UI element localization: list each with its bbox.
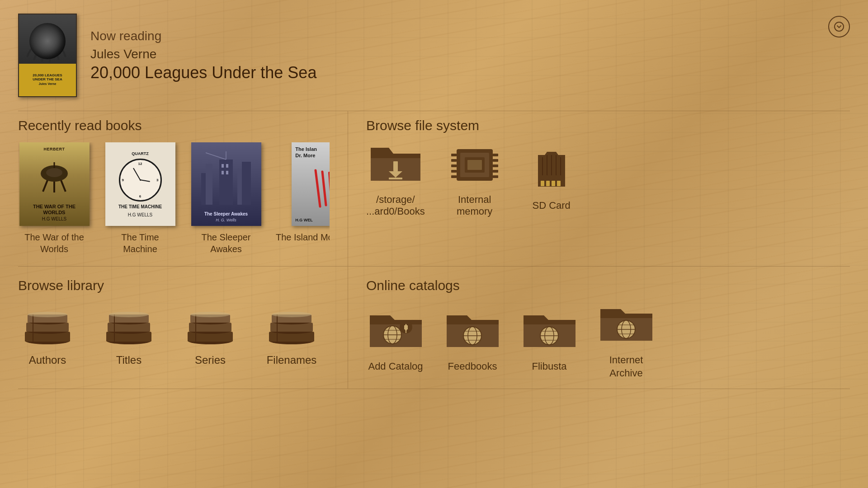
svg-rect-42 xyxy=(493,175,498,178)
svg-rect-41 xyxy=(493,170,498,173)
library-row: Authors xyxy=(18,302,330,366)
svg-rect-47 xyxy=(552,181,555,186)
svg-rect-18 xyxy=(222,164,224,168)
svg-point-73 xyxy=(109,312,149,317)
cat-label-feedbooks: Feedbooks xyxy=(448,360,497,373)
online-catalogs-section: Online catalogs xyxy=(348,267,850,389)
svg-line-25 xyxy=(322,172,326,205)
browse-file-system-section: Browse file system xyxy=(348,111,850,267)
feedbooks-icon xyxy=(443,309,502,354)
svg-rect-20 xyxy=(222,171,224,174)
svg-rect-35 xyxy=(451,164,457,167)
svg-rect-39 xyxy=(493,159,498,162)
svg-rect-38 xyxy=(493,154,498,156)
cat-item-internet-archive[interactable]: Internet Archive xyxy=(597,302,656,380)
online-catalogs-heading: Online catalogs xyxy=(366,278,850,293)
svg-rect-46 xyxy=(546,181,550,186)
book-title: The Island Morea xyxy=(276,231,330,243)
lib-label-filenames: Filenames xyxy=(267,354,317,366)
cat-label-flibusta: Flibusta xyxy=(532,360,566,373)
svg-rect-105 xyxy=(405,325,407,330)
lib-label-authors: Authors xyxy=(29,354,66,366)
svg-point-1 xyxy=(32,23,63,50)
svg-point-0 xyxy=(835,22,844,31)
svg-rect-48 xyxy=(557,181,561,186)
cat-label-internet-archive: Internet Archive xyxy=(609,354,643,380)
book-item[interactable]: HERBERT xyxy=(18,142,90,255)
flibusta-icon xyxy=(520,309,579,354)
svg-point-2 xyxy=(35,26,60,46)
svg-point-93 xyxy=(272,312,311,317)
browse-file-system-heading: Browse file system xyxy=(366,118,850,133)
browse-library-section: Browse library xyxy=(18,267,348,389)
current-book-cover[interactable]: 20,000 LEAGUES UNDER THE SEA Jules Verne xyxy=(18,14,77,97)
svg-rect-19 xyxy=(226,164,228,168)
browse-library-heading: Browse library xyxy=(18,278,330,293)
fs-label-storage: /storage/ ...ard0/Books xyxy=(366,194,425,217)
svg-rect-36 xyxy=(451,170,457,173)
now-reading-section: 20,000 LEAGUES UNDER THE SEA Jules Verne… xyxy=(18,14,850,97)
svg-line-26 xyxy=(329,173,330,204)
fs-item-storage[interactable]: /storage/ ...ard0/Books xyxy=(366,142,425,217)
svg-rect-45 xyxy=(541,181,544,186)
catalogs-row: Add Catalog xyxy=(366,302,850,380)
sd-card-icon xyxy=(524,148,579,193)
series-book-icon xyxy=(181,302,240,347)
now-reading-info: Now reading Jules Verne 20,000 Leagues U… xyxy=(90,29,316,82)
svg-rect-30 xyxy=(389,178,402,179)
svg-rect-28 xyxy=(393,161,398,171)
svg-line-22 xyxy=(206,153,226,160)
svg-point-11 xyxy=(46,168,62,177)
svg-point-5 xyxy=(42,32,43,33)
lib-item-titles[interactable]: Titles xyxy=(99,302,158,366)
now-reading-label: Now reading xyxy=(90,29,316,43)
titles-book-icon xyxy=(99,302,158,347)
svg-rect-21 xyxy=(226,171,228,174)
svg-line-8 xyxy=(43,180,47,192)
book-title: The Time Machine xyxy=(104,231,176,255)
book-title: The Sleeper Awakes xyxy=(190,231,262,255)
lib-label-series: Series xyxy=(195,354,226,366)
cat-label-add-catalog: Add Catalog xyxy=(368,360,423,373)
fs-item-sd-card[interactable]: SD Card xyxy=(524,148,579,211)
svg-rect-14 xyxy=(206,164,212,205)
svg-rect-33 xyxy=(451,154,457,156)
file-system-row: /storage/ ...ard0/Books xyxy=(366,142,850,217)
book-cover-sleeper: The Sleeper Awakes H. G. Wells xyxy=(191,142,261,226)
svg-point-4 xyxy=(51,31,55,35)
book-item[interactable]: QUARTZ 12 3 6 9 xyxy=(104,142,176,255)
lib-item-authors[interactable]: Authors xyxy=(18,302,77,366)
book-cover-time: QUARTZ 12 3 6 9 xyxy=(105,142,175,226)
internet-archive-icon xyxy=(597,302,656,347)
now-reading-author: Jules Verne xyxy=(90,47,316,61)
svg-point-63 xyxy=(28,312,67,317)
recently-read-heading: Recently read books xyxy=(18,118,330,133)
now-reading-title: 20,000 Leagues Under the Sea xyxy=(90,63,316,82)
authors-book-icon xyxy=(18,302,77,347)
books-row: HERBERT xyxy=(18,142,330,255)
dropdown-button[interactable] xyxy=(828,16,850,38)
svg-rect-40 xyxy=(493,164,498,167)
svg-rect-44 xyxy=(467,160,482,170)
svg-rect-34 xyxy=(451,159,457,162)
fs-label-sd-card: SD Card xyxy=(532,200,570,211)
svg-point-6 xyxy=(52,32,54,33)
book-item[interactable]: The Sleeper Awakes H. G. Wells The Sleep… xyxy=(190,142,262,255)
svg-point-3 xyxy=(40,31,44,35)
recently-read-section: Recently read books HERBERT xyxy=(18,111,348,267)
book-cover-war: HERBERT xyxy=(19,142,90,226)
lib-item-filenames[interactable]: Filenames xyxy=(262,302,321,366)
svg-point-83 xyxy=(190,312,230,317)
svg-rect-37 xyxy=(451,175,457,178)
cat-item-flibusta[interactable]: Flibusta xyxy=(520,309,579,373)
fs-item-internal-memory[interactable]: Internal memory xyxy=(448,142,502,217)
cat-item-feedbooks[interactable]: Feedbooks xyxy=(443,309,502,373)
cat-item-add-catalog[interactable]: Add Catalog xyxy=(366,309,425,373)
lib-label-titles: Titles xyxy=(116,354,142,366)
book-title: The War of the Worlds xyxy=(18,231,90,255)
book-item[interactable]: The IslanDr. More H.G WEL xyxy=(276,142,330,243)
lib-item-series[interactable]: Series xyxy=(181,302,240,366)
storage-icon xyxy=(368,142,423,188)
filenames-book-icon xyxy=(262,302,321,347)
main-grid: Recently read books HERBERT xyxy=(18,111,850,389)
